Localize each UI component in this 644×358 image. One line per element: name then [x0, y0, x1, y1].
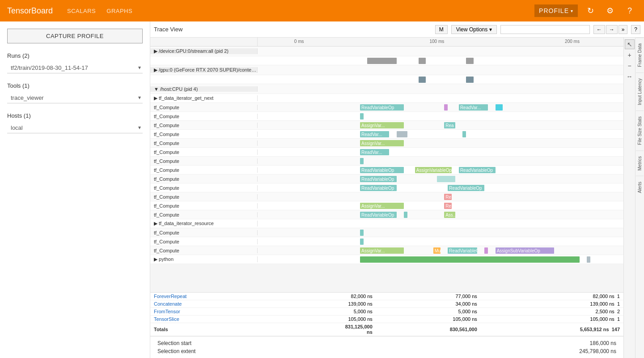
hosts-select[interactable]: local: [7, 123, 143, 133]
trace-row: tf_ComputeRe...: [150, 192, 623, 201]
min-cell: 139,000 ns 1: [481, 300, 623, 308]
trace-row[interactable]: ▼ /host:CPU (pid 4): [150, 84, 623, 94]
trace-bar[interactable]: AssignVar...: [360, 122, 404, 128]
trace-row-bars: [258, 47, 623, 56]
runs-select[interactable]: tf2/train/2019-08-30_11-54-17: [7, 63, 143, 73]
nav-scalars[interactable]: SCALARS: [67, 8, 96, 14]
trace-bar[interactable]: Rea: [444, 122, 455, 128]
trace-row: [150, 75, 623, 84]
trace-bar[interactable]: [466, 77, 473, 83]
trace-bar[interactable]: ReadVariableOp: [448, 247, 477, 254]
trace-bar[interactable]: ReadVariableOp: [448, 185, 484, 191]
nav-more-button[interactable]: »: [619, 25, 628, 34]
trace-row-bars: AssignVar...MulReadVariableOpAssignSubVa…: [258, 246, 623, 255]
nav-prev-button[interactable]: ←: [593, 25, 605, 34]
hosts-select-wrap: local: [7, 123, 143, 133]
chevron-down-icon: ▾: [571, 9, 573, 13]
op-cell[interactable]: TensorSlice: [150, 315, 271, 323]
help-button[interactable]: ?: [623, 4, 637, 18]
zoom-out-button[interactable]: −: [625, 61, 635, 71]
op-cell[interactable]: ForeverRepeat: [150, 293, 271, 300]
trace-bar[interactable]: Ass...: [444, 212, 455, 218]
right-section: PROFILE ▾ ↻ ⚙ ?: [534, 4, 637, 18]
table-row: TensorSlice 105,000 ns 105,000 ns 105,00…: [150, 315, 623, 323]
trace-bar[interactable]: [444, 104, 448, 111]
trace-bar[interactable]: ReadVariableOp: [360, 104, 404, 111]
tab-alerts[interactable]: Alerts: [636, 176, 644, 199]
right-panel: Trace View M View Options ▾ ← → » ?: [150, 21, 644, 358]
trace-row-label: tf_Compute: [150, 185, 258, 191]
trace-bar[interactable]: [404, 212, 407, 218]
trace-bar[interactable]: [484, 247, 488, 254]
zoom-in-button[interactable]: +: [625, 50, 635, 60]
tools-select[interactable]: trace_viewer: [7, 93, 143, 103]
trace-bar[interactable]: [437, 176, 455, 182]
trace-bar[interactable]: ReadVar...: [360, 149, 389, 155]
trace-bar[interactable]: AssignSubVariableOp: [496, 247, 554, 254]
settings-button[interactable]: ⚙: [603, 4, 617, 18]
ruler-mark-0: 0 ms: [294, 39, 304, 44]
trace-row-bars: AssignVar...Rea: [258, 121, 623, 129]
tab-input-latency[interactable]: Input Latency: [636, 72, 644, 111]
trace-bar[interactable]: [587, 256, 590, 263]
trace-bar[interactable]: [360, 113, 364, 119]
trace-row: [150, 56, 623, 65]
nav-next-button[interactable]: →: [606, 25, 618, 34]
trace-bar[interactable]: Mul: [433, 247, 441, 254]
trace-bar[interactable]: [419, 77, 426, 83]
op-cell[interactable]: Concatenate: [150, 300, 271, 308]
avg-cell: 105,000 ns: [376, 315, 481, 323]
trace-bar[interactable]: ReadVariableOp: [360, 185, 397, 191]
trace-bar[interactable]: [360, 239, 364, 245]
trace-row: tf_ComputeReadVariableOpAssignVariableOp…: [150, 166, 623, 175]
trace-bar[interactable]: [360, 158, 364, 164]
trace-bar[interactable]: ReadVariableOp: [360, 167, 404, 173]
trace-bar[interactable]: ReadVariableOp: [360, 176, 397, 182]
trace-row[interactable]: ▶ /device:GPU:0/stream:all (pid 2): [150, 47, 623, 56]
tab-frame-data[interactable]: Frame Data: [636, 38, 644, 72]
trace-bar[interactable]: [367, 58, 396, 64]
trace-row: tf_Compute: [150, 112, 623, 121]
top-nav: TensorBoard SCALARS GRAPHS PROFILE ▾ ↻ ⚙…: [0, 0, 644, 21]
trace-bar[interactable]: [360, 256, 580, 263]
trace-bar[interactable]: ReadVar...: [459, 104, 488, 111]
trace-bar[interactable]: Re...: [444, 194, 451, 200]
fit-button[interactable]: ↔: [625, 72, 635, 81]
trace-bar[interactable]: [462, 131, 466, 137]
trace-help-button[interactable]: ?: [631, 25, 640, 34]
trace-bar[interactable]: AssignVar...: [360, 203, 404, 209]
op-cell[interactable]: FromTensor: [150, 308, 271, 315]
nav-graphs[interactable]: GRAPHS: [106, 8, 132, 14]
trace-row: tf_ComputeReadVar...: [150, 130, 623, 139]
ruler-mark-100: 100 ms: [429, 39, 444, 44]
m-button[interactable]: M: [435, 25, 448, 34]
capture-profile-button[interactable]: CAPTURE PROFILE: [7, 29, 143, 43]
refresh-button[interactable]: ↻: [583, 4, 597, 18]
trace-bar[interactable]: [360, 230, 364, 236]
trace-row-label: tf_Compute: [150, 114, 258, 119]
tab-metrics[interactable]: Metrics: [636, 150, 644, 176]
trace-bar[interactable]: AssignVar...: [360, 247, 404, 254]
trace-bar[interactable]: ReadVariableOp: [360, 212, 397, 218]
select-tool-button[interactable]: ↖: [625, 39, 635, 49]
trace-bar[interactable]: ReadVariableOp: [459, 167, 496, 173]
trace-bar[interactable]: AssignVariableOp: [415, 167, 452, 173]
trace-bar[interactable]: [419, 58, 426, 64]
trace-rows[interactable]: ▶ /device:GPU:0/stream:all (pid 2)▶ /gpu…: [150, 47, 623, 292]
trace-bar[interactable]: AssignVar...: [360, 140, 404, 146]
trace-bar[interactable]: [397, 131, 408, 137]
trace-bar[interactable]: ReadVar...: [360, 131, 389, 137]
trace-bar[interactable]: [466, 58, 473, 64]
ruler: 0 ms 100 ms 200 ms: [258, 38, 623, 46]
stats-table: ForeverRepeat 82,000 ns 77,000 ns 82,000…: [150, 293, 623, 336]
avg-cell: 34,000 ns: [376, 300, 481, 308]
trace-row-label: tf_Compute: [150, 105, 258, 110]
profile-dropdown[interactable]: PROFILE ▾: [534, 4, 578, 17]
tab-file-size-stats[interactable]: File Size Stats: [636, 111, 644, 150]
view-options-button[interactable]: View Options ▾: [451, 25, 497, 34]
trace-row[interactable]: ▶ /gpu:0 (GeForce RTX 2070 SUPER)/contex…: [150, 65, 623, 75]
trace-bar[interactable]: Re...: [444, 203, 451, 209]
avg-cell: 77,000 ns: [376, 293, 481, 300]
trace-search-input[interactable]: [500, 25, 590, 34]
trace-bar[interactable]: [496, 104, 503, 111]
